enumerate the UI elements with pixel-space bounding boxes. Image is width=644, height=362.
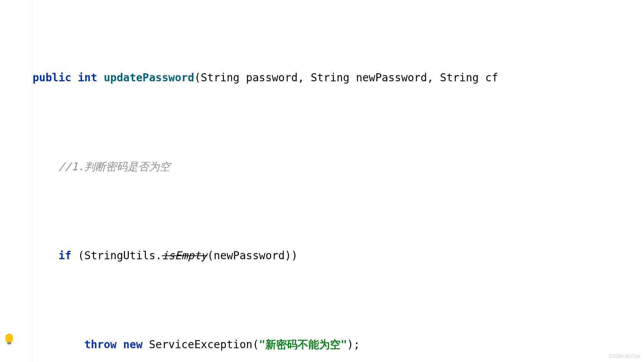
code-line[interactable]: throw new ServiceException("新密码不能为空"); bbox=[33, 334, 644, 356]
code-editor-area[interactable]: public int updatePassword(String passwor… bbox=[33, 0, 644, 362]
comment: //1.判断密码是否为空 bbox=[58, 156, 170, 178]
lightbulb-icon[interactable] bbox=[5, 334, 13, 343]
keyword: int bbox=[78, 67, 97, 89]
keyword: public bbox=[33, 67, 71, 89]
code-line[interactable]: //1.判断密码是否为空 bbox=[33, 156, 644, 178]
deprecated-method: isEmpty bbox=[162, 245, 207, 267]
editor-container: public int updatePassword(String passwor… bbox=[0, 0, 644, 362]
method-declaration: updatePassword bbox=[104, 67, 194, 89]
keyword: throw bbox=[84, 334, 117, 356]
keyword: if bbox=[58, 245, 71, 267]
watermark: CSDN @刀zp bbox=[609, 353, 640, 360]
code-line[interactable]: if (StringUtils.isEmpty(newPassword)) bbox=[33, 245, 644, 267]
keyword: new bbox=[123, 334, 143, 356]
code-line[interactable]: public int updatePassword(String passwor… bbox=[33, 67, 644, 89]
string-literal: "新密码不能为空" bbox=[259, 334, 347, 356]
gutter bbox=[0, 0, 33, 362]
parameters: (String password, String newPassword, St… bbox=[194, 67, 498, 89]
